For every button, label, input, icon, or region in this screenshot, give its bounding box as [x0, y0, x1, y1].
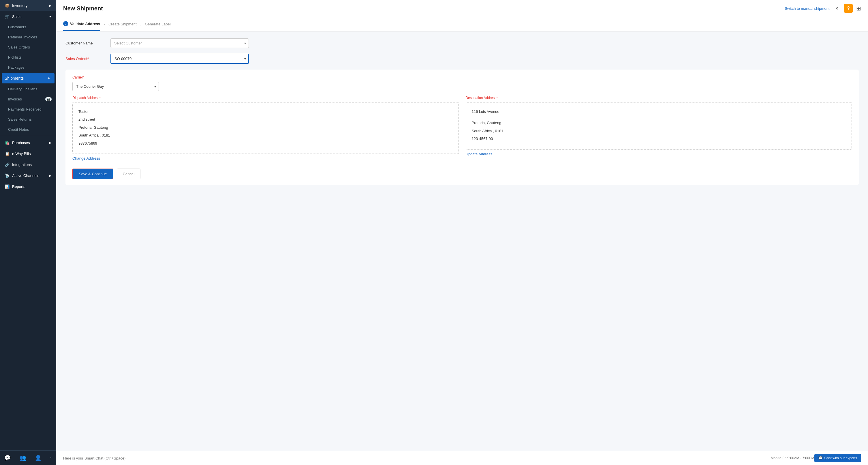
customer-name-row: Customer Name Select Customer ▾ — [65, 38, 859, 48]
sidebar-item-sales-orders[interactable]: Sales Orders — [0, 42, 56, 52]
cancel-btn[interactable]: Cancel — [117, 169, 141, 179]
sales-order-select[interactable]: SO-00070 — [111, 54, 249, 64]
integrations-icon: 🔗 — [5, 162, 10, 167]
barcode-btn[interactable]: ⊞ — [856, 5, 861, 12]
dispatch-line2: 2nd street — [79, 116, 453, 123]
step-arrow-2: › — [140, 22, 142, 27]
close-btn[interactable]: × — [833, 4, 841, 13]
sidebar-item-shipments[interactable]: Shipments + — [2, 73, 55, 83]
sidebar-item-sales[interactable]: 🛒 Sales ▼ — [0, 11, 56, 22]
carrier-select-wrapper: The Courier Guy ▾ — [72, 82, 159, 91]
chat-btn[interactable]: 💬 Chat with our experts — [814, 454, 861, 462]
dispatch-address-box: Tester 2nd street Pretoria, Gauteng Sout… — [72, 102, 459, 154]
save-continue-btn[interactable]: Save & Continue — [72, 169, 113, 179]
dest-line1: 116 Lois Avenue — [472, 108, 846, 115]
reports-icon: 📊 — [5, 184, 10, 189]
status-bar: Mon to Fri 9:00AM - 7:00PM 💬 Chat with o… — [56, 451, 868, 465]
switch-manual-btn[interactable]: Switch to manual shipment — [785, 6, 829, 11]
sales-order-label: Sales Order#* — [65, 57, 106, 61]
destination-address-box: 116 Lois Avenue Pretoria, Gauteng South … — [466, 102, 852, 149]
sidebar-item-retainer-invoices[interactable]: Retainer Invoices — [0, 32, 56, 42]
sidebar-item-credit-notes[interactable]: Credit Notes — [0, 124, 56, 135]
purchases-icon: 🛍️ — [5, 140, 10, 145]
inventory-icon: 📦 — [5, 3, 10, 8]
sidebar-bottom-bar: 💬 👥 👤 ‹ — [0, 450, 56, 465]
sidebar-item-picklists[interactable]: Picklists — [0, 52, 56, 62]
inventory-chevron: ▶ — [49, 4, 52, 7]
sidebar-chat-icon[interactable]: 💬 — [3, 453, 12, 463]
sidebar-item-payments-received[interactable]: Payments Received — [0, 104, 56, 114]
sales-order-wrapper: SO-00070 ▾ — [111, 54, 249, 64]
sales-icon: 🛒 — [5, 14, 10, 19]
dest-line2 — [472, 116, 846, 118]
help-btn[interactable]: ? — [844, 4, 853, 13]
sidebar-item-eway-bills[interactable]: 📋 e-Way Bills — [0, 148, 56, 159]
sidebar-item-active-channels[interactable]: 📡 Active Channels ▶ — [0, 170, 56, 181]
eway-icon: 📋 — [5, 151, 10, 156]
address-row: Dispatch Address* Tester 2nd street Pret… — [72, 96, 852, 161]
active-channels-icon: 📡 — [5, 173, 10, 178]
sidebar-collapse-icon[interactable]: ‹ — [49, 453, 54, 463]
step-arrow-1: › — [103, 22, 105, 27]
sidebar: 📦 Inventory ▶ 🛒 Sales ▼ Customers Retain… — [0, 0, 56, 465]
sidebar-profile-icon[interactable]: 👤 — [33, 453, 43, 463]
sidebar-item-sales-returns[interactable]: Sales Returns — [0, 114, 56, 124]
steps-bar: ✓ Validate Address › Create Shipment › G… — [56, 17, 868, 31]
dispatch-line5: South Africa , 0181 — [79, 132, 453, 139]
dest-line4: South Africa , 0181 — [472, 127, 846, 134]
hours-label: Mon to Fri 9:00AM - 7:00PM — [771, 456, 814, 460]
form-area: Customer Name Select Customer ▾ Sales Or… — [56, 31, 868, 451]
step-validate-check: ✓ — [63, 21, 68, 26]
top-bar-actions: Switch to manual shipment × ? ⊞ — [785, 4, 861, 13]
carrier-select[interactable]: The Courier Guy — [72, 82, 159, 91]
sales-chevron: ▼ — [49, 15, 52, 18]
page-title: New Shipment — [63, 5, 103, 12]
top-bar: New Shipment Switch to manual shipment ×… — [56, 0, 868, 17]
sidebar-item-integrations[interactable]: 🔗 Integrations — [0, 159, 56, 170]
customer-name-select[interactable]: Select Customer — [111, 38, 249, 48]
shipments-add-icon[interactable]: + — [46, 75, 52, 81]
carrier-section: Carrier* The Courier Guy ▾ Dispatch Addr… — [65, 69, 859, 185]
step-validate-address[interactable]: ✓ Validate Address — [63, 17, 100, 31]
step-create-shipment[interactable]: Create Shipment — [108, 18, 137, 30]
btn-row: Save & Continue Cancel — [72, 169, 852, 179]
chat-icon: 💬 — [818, 456, 823, 460]
destination-address-wrapper: Destination Address* 116 Lois Avenue Pre… — [466, 96, 852, 161]
customer-name-wrapper: Select Customer ▾ — [111, 38, 249, 48]
sidebar-item-reports[interactable]: 📊 Reports — [0, 181, 56, 192]
sidebar-item-inventory[interactable]: 📦 Inventory ▶ — [0, 0, 56, 11]
dispatch-address-label: Dispatch Address* — [72, 96, 459, 100]
step-generate-label[interactable]: Generate Label — [145, 18, 171, 30]
dispatch-address-wrapper: Dispatch Address* Tester 2nd street Pret… — [72, 96, 459, 161]
customer-name-label: Customer Name — [65, 41, 106, 45]
dispatch-line6: 987675869 — [79, 140, 453, 147]
sales-order-row: Sales Order#* SO-00070 ▾ — [65, 54, 859, 64]
carrier-label: Carrier* — [72, 75, 852, 79]
update-address-btn[interactable]: Update Address — [466, 152, 493, 156]
dispatch-line1: Tester — [79, 108, 453, 115]
sidebar-item-customers[interactable]: Customers — [0, 22, 56, 32]
sidebar-users-icon[interactable]: 👥 — [18, 453, 28, 463]
dest-line3: Pretoria, Gauteng — [472, 119, 846, 126]
smart-chat-input[interactable] — [63, 456, 771, 460]
invoices-badge: 📷 — [45, 97, 52, 101]
dispatch-line4: Pretoria, Gauteng — [79, 124, 453, 131]
sidebar-item-purchases[interactable]: 🛍️ Purchases ▶ — [0, 137, 56, 148]
destination-address-label: Destination Address* — [466, 96, 852, 100]
dest-line5: 123-4567-90 — [472, 135, 846, 142]
change-address-btn[interactable]: Change Address — [72, 156, 100, 161]
sidebar-item-delivery-challans[interactable]: Delivery Challans — [0, 84, 56, 94]
sidebar-item-packages[interactable]: Packages — [0, 62, 56, 72]
main-content: New Shipment Switch to manual shipment ×… — [56, 0, 868, 465]
purchases-chevron: ▶ — [49, 141, 52, 144]
sidebar-item-invoices[interactable]: Invoices 📷 — [0, 94, 56, 104]
active-channels-chevron: ▶ — [49, 174, 52, 177]
